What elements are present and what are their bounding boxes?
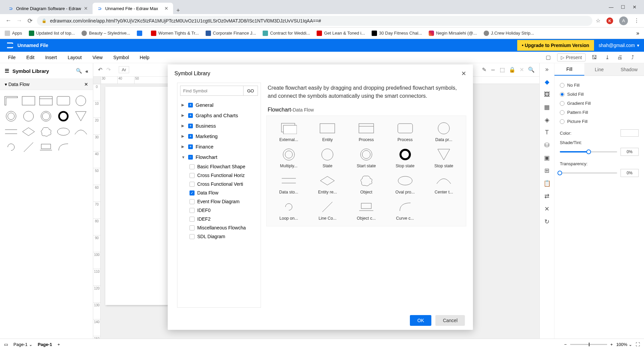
category-marketing[interactable]: ▶Marketing [179,131,259,141]
shape-state[interactable] [20,109,37,124]
symbol-line[interactable]: Line Co... [309,198,346,223]
expand-icon[interactable]: » [545,66,548,73]
shuffle-tool-icon[interactable]: ✕ [544,205,549,213]
shade-slider[interactable] [560,151,617,152]
checkbox[interactable] [190,208,195,213]
symbol-stop2[interactable]: Stop state [425,145,463,170]
profile-avatar[interactable]: A [619,16,628,25]
symbol-entity[interactable]: Entity [309,119,346,144]
shape-process[interactable] [38,93,54,108]
pen-icon[interactable]: ✎ [482,67,486,73]
menu-view[interactable]: View [87,55,108,60]
lock-icon[interactable]: 🔒 [509,67,516,73]
subcategory-item[interactable]: Event Flow Diagram [179,197,259,206]
undo-icon[interactable]: ↶ [98,67,102,73]
symbol-dataprocess[interactable]: Data pr... [425,119,463,144]
page-tab[interactable]: Page-1 [38,342,52,347]
subcategory-item[interactable]: Cross Functional Horiz [179,171,259,180]
bookmark-item[interactable]: Get Lean & Toned i... [317,31,365,36]
tools-icon[interactable]: ✕ [520,67,524,73]
bookmark-item[interactable]: Beauty – Styledrive... [82,31,130,36]
bookmark-item[interactable]: Corporate Finance J... [206,31,256,36]
collapse-icon[interactable]: « [86,68,88,74]
bookmark-item[interactable]: Updated list of top... [29,31,75,36]
layers-tool-icon[interactable]: ◈ [545,116,549,124]
maximize-icon[interactable]: ☐ [621,4,625,10]
clipboard-tool-icon[interactable]: 📋 [543,180,551,187]
pages-icon[interactable]: ▭ [4,342,8,347]
bookmark-item[interactable] [137,31,144,36]
hierarchy-tool-icon[interactable]: ⊞ [544,167,549,174]
database-tool-icon[interactable]: ⛁ [544,141,549,149]
checkbox[interactable] [190,164,195,169]
extension-icon[interactable]: K [606,17,613,24]
shape-dataprocess[interactable] [72,93,89,108]
fill-option-pattern[interactable]: Pattern Fill [560,108,639,117]
bookmark-item[interactable]: Women Tights & Tr... [151,31,199,36]
go-button[interactable]: GO [243,86,258,96]
symbol-process2[interactable]: Process [386,119,424,144]
back-icon[interactable]: ← [5,17,12,24]
upgrade-button[interactable]: • Upgrade to Premium Version [517,40,594,51]
transfer-tool-icon[interactable]: ⇄ [544,192,549,200]
star-icon[interactable]: ☆ [596,17,600,24]
close-icon[interactable]: ✕ [84,6,88,11]
symbol-start[interactable]: Start state [347,145,385,170]
ok-button[interactable]: OK [410,315,431,326]
user-menu[interactable]: shah@gmail.com▾ [594,43,644,48]
present-button[interactable]: ▷Present [557,53,586,61]
symbol-external[interactable]: External... [270,119,308,144]
search-icon[interactable]: 🔍 [76,68,82,74]
slideshow-icon[interactable]: ▢ [544,54,552,60]
subcategory-item[interactable]: Basic Flowchart Shape [179,162,259,171]
transparency-value[interactable]: 0% [621,169,639,177]
symbol-curve[interactable]: Curve c... [386,198,424,223]
minimize-icon[interactable]: — [609,4,613,10]
transparency-slider[interactable] [560,172,617,174]
checkbox[interactable] [190,182,195,187]
bookmark-item[interactable]: 30 Day Fitness Chal... [372,31,422,36]
category-graphs[interactable]: ▶Graphs and Charts [179,110,259,121]
category-flowchart[interactable]: ▼Flowchart [179,152,259,162]
image-tool-icon[interactable]: 🖼 [544,91,550,98]
add-page-button[interactable]: + [57,342,60,347]
checkbox-checked[interactable] [190,190,195,195]
find-icon[interactable]: 🔍 [528,67,535,73]
tab-fill[interactable]: Fill [554,63,584,76]
checkbox[interactable] [190,234,195,239]
bookmark-item[interactable]: Apps [5,31,22,36]
shape-line[interactable] [20,140,37,155]
checkbox[interactable] [190,225,195,230]
menu-file[interactable]: File [3,55,21,60]
cancel-button[interactable]: Cancel [435,315,465,326]
symbol-object[interactable]: Object [347,172,385,196]
share-icon[interactable]: ⤴ [629,54,637,60]
crop-icon[interactable]: ⬚ [500,67,505,73]
save-icon[interactable]: 🖫 [590,54,598,60]
shape-multiply[interactable] [3,109,19,124]
checkbox[interactable] [190,173,195,178]
subcategory-item[interactable]: SDL Diagram [179,232,259,241]
shape-oval[interactable] [55,124,72,139]
font-select[interactable]: Ar [119,66,129,73]
fill-option-picture[interactable]: Picture Fill [560,117,639,126]
redo-icon[interactable]: ↷ [106,67,111,73]
category-header[interactable]: ▾ Data Flow ✕ [0,79,93,90]
symbol-centertop[interactable]: Center t... [425,172,463,196]
menu-symbol[interactable]: Symbol [108,55,135,60]
color-swatch[interactable] [621,129,639,137]
checkbox[interactable] [190,199,195,204]
bookmark-item[interactable]: Contract for Weddi... [263,31,310,36]
menu-help[interactable]: Help [135,55,155,60]
fill-option-nofill[interactable]: No Fill [560,81,639,90]
symbol-process[interactable]: Process [347,119,385,144]
symbol-state[interactable]: State [309,145,346,170]
url-input[interactable]: 🔒 edrawmax.com/online/app.html?y0/KUjV2K… [37,16,592,26]
category-general[interactable]: ▶General [179,100,259,110]
subcategory-item[interactable]: IDEF0 [179,206,259,215]
close-icon[interactable]: ✕ [461,70,466,77]
tab-line[interactable]: Line [584,63,614,76]
page-selector[interactable]: Page-1 ⌄ [13,342,33,347]
forward-icon[interactable]: → [15,17,23,24]
bookmarks-overflow-icon[interactable]: » [636,30,639,36]
